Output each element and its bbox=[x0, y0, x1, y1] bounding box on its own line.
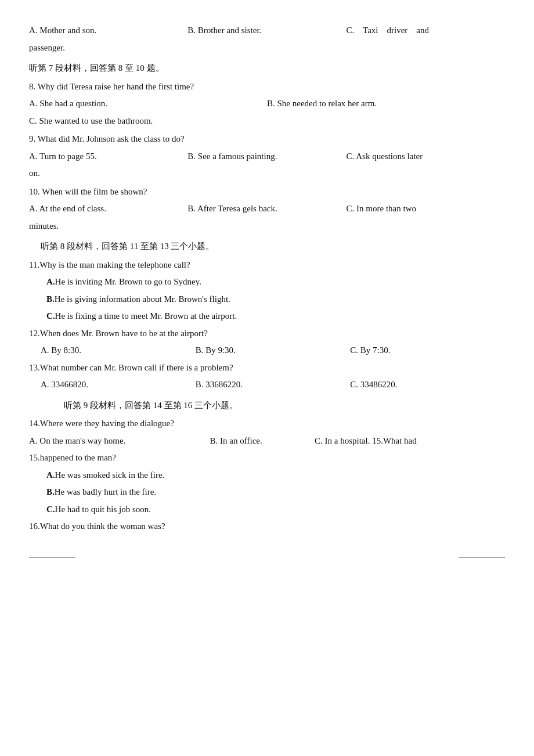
option-13b: B. 33686220. bbox=[196, 377, 351, 393]
option-8b: B. She needed to relax her arm. bbox=[267, 96, 505, 111]
question-15: 15.happened to the man? bbox=[29, 451, 505, 466]
option-9c: C. Ask questions later bbox=[347, 149, 505, 164]
exam-content: A. Mother and son. B. Brother and sister… bbox=[29, 23, 505, 557]
option-12a: A. By 8:30. bbox=[41, 343, 196, 358]
options-row-12: A. By 8:30. B. By 9:30. C. By 7:30. bbox=[41, 343, 505, 358]
option-9b: B. See a famous painting. bbox=[187, 149, 346, 164]
bottom-lines bbox=[29, 546, 505, 557]
options-row-14: A. On the man's way home. B. In an offic… bbox=[29, 434, 505, 449]
continuation-10: minutes. bbox=[29, 219, 505, 234]
question-11: 11.Why is the man making the telephone c… bbox=[29, 258, 505, 273]
option-10b: B. After Teresa gels back. bbox=[187, 201, 346, 217]
question-16: 16.What do you think the woman was? bbox=[29, 519, 505, 534]
bottom-line-left bbox=[29, 546, 75, 557]
section-8-header: 听第 8 段材料，回答第 11 至第 13 三个小题。 bbox=[41, 239, 505, 254]
option-11c: C.He is fixing a time to meet Mr. Brown … bbox=[46, 309, 505, 324]
option-12c: C. By 7:30. bbox=[350, 343, 505, 358]
question-13: 13.What number can Mr. Brown call if the… bbox=[29, 361, 505, 376]
option-1a: A. Mother and son. bbox=[29, 23, 187, 38]
option-10c: C. In more than two bbox=[347, 201, 505, 217]
options-row-10: A. At the end of class. B. After Teresa … bbox=[29, 201, 505, 217]
options-row-8ab: A. She had a question. B. She needed to … bbox=[29, 96, 505, 111]
option-10a: A. At the end of class. bbox=[29, 201, 187, 217]
option-15c: C.He had to quit his job soon. bbox=[46, 502, 505, 517]
options-row-1: A. Mother and son. B. Brother and sister… bbox=[29, 23, 505, 38]
option-1b: B. Brother and sister. bbox=[187, 23, 346, 38]
continuation-1: passenger. bbox=[29, 41, 505, 56]
option-9a: A. Turn to page 55. bbox=[29, 149, 187, 164]
options-row-13: A. 33466820. B. 33686220. C. 33486220. bbox=[41, 377, 505, 393]
option-11b: B.He is giving information about Mr. Bro… bbox=[46, 292, 505, 307]
option-15b: B.He was badly hurt in the fire. bbox=[46, 485, 505, 500]
bottom-line-right bbox=[459, 546, 505, 557]
continuation-9: on. bbox=[29, 166, 505, 181]
option-13a: A. 33466820. bbox=[41, 377, 196, 393]
option-13c: C. 33486220. bbox=[350, 377, 505, 393]
option-15a: A.He was smoked sick in the fire. bbox=[46, 468, 505, 483]
section-7-header: 听第 7 段材料，回答第 8 至 10 题。 bbox=[29, 61, 505, 76]
question-10: 10. When will the film be shown? bbox=[29, 185, 505, 200]
option-8a: A. She had a question. bbox=[29, 96, 267, 111]
question-12: 12.When does Mr. Brown have to be at the… bbox=[29, 326, 505, 341]
section-9-header: 听第 9 段材料，回答第 14 至第 16 三个小题。 bbox=[64, 398, 505, 413]
question-9: 9. What did Mr. Johnson ask the class to… bbox=[29, 132, 505, 147]
option-1c: C. Taxi driver and bbox=[347, 23, 505, 38]
option-12b: B. By 9:30. bbox=[196, 343, 351, 358]
options-row-9: A. Turn to page 55. B. See a famous pain… bbox=[29, 149, 505, 164]
question-14: 14.Where were they having the dialogue? bbox=[29, 416, 505, 431]
option-11a: A.He is inviting Mr. Brown to go to Sydn… bbox=[46, 275, 505, 290]
option-14c: C. In a hospital. 15.What had bbox=[315, 434, 505, 449]
question-8: 8. Why did Teresa raise her hand the fir… bbox=[29, 80, 505, 95]
option-14b: B. In an office. bbox=[210, 434, 315, 449]
option-8c: C. She wanted to use the bathroom. bbox=[29, 114, 505, 129]
option-14a: A. On the man's way home. bbox=[29, 434, 210, 449]
